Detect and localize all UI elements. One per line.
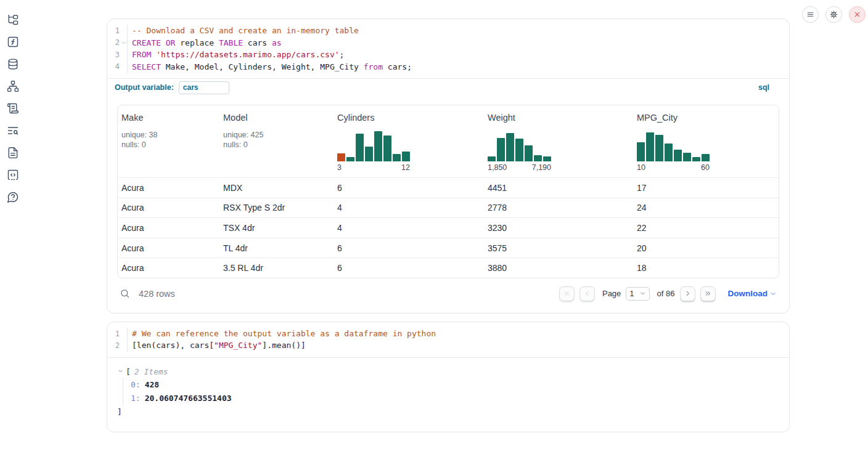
help-icon[interactable]	[7, 191, 19, 203]
sql-cell: 1234 -- Download a CSV and create an in-…	[107, 18, 790, 313]
function-square-icon[interactable]	[7, 36, 19, 48]
histogram-axis-labels: 1,8507,190	[488, 163, 551, 177]
code-line[interactable]: # We can reference the output variable a…	[132, 328, 789, 340]
column-header-make[interactable]: Makeunique: 38nulls: 0	[118, 113, 219, 177]
gear-icon[interactable]	[825, 6, 842, 23]
table-cell: 18	[633, 263, 778, 273]
histogram-bar	[646, 132, 654, 161]
output-variable-input[interactable]	[179, 81, 229, 94]
histogram-bar	[543, 156, 551, 161]
table-header-row: Makeunique: 38nulls: 0Modelunique: 425nu…	[118, 105, 779, 177]
code-line[interactable]: CREATE OR replace TABLE cars as	[132, 37, 789, 49]
table-cell: 6	[334, 243, 484, 253]
sql-output: Makeunique: 38nulls: 0Modelunique: 425nu…	[107, 96, 789, 313]
tree-children: 0:4281:20.060747663551403	[123, 378, 779, 405]
column-header-mpg_city[interactable]: MPG_City1060	[633, 113, 778, 177]
histogram-bar	[534, 155, 542, 161]
histogram-bar	[637, 142, 645, 161]
tree-items-count: 2 Items	[134, 367, 168, 376]
histogram-bar	[337, 153, 345, 161]
table-row[interactable]: AcuraMDX6445117	[118, 177, 779, 198]
search-icon[interactable]	[120, 288, 130, 299]
table-row[interactable]: AcuraTL 4dr6357520	[118, 238, 779, 258]
download-label: Download	[728, 289, 768, 298]
histogram-bar	[346, 157, 354, 161]
python-code: # We can reference the output variable a…	[128, 328, 789, 352]
code-line[interactable]: SELECT Make, Model, Cylinders, Weight, M…	[132, 61, 789, 73]
line-number: 2	[107, 341, 120, 350]
row-count: 428 rows	[139, 289, 175, 299]
sql-code: -- Download a CSV and create an in-memor…	[128, 25, 789, 73]
next-page-button[interactable]	[680, 286, 695, 301]
search-logs-icon[interactable]	[7, 124, 19, 137]
left-sidebar	[0, 0, 26, 449]
column-header-cylinders[interactable]: Cylinders312	[334, 113, 484, 177]
histogram-bar	[683, 153, 691, 161]
column-histogram[interactable]: 1060	[637, 131, 710, 177]
close-icon[interactable]	[849, 6, 866, 23]
first-page-button[interactable]	[559, 286, 575, 301]
python-output-tree: [ 2 Items 0:4281:20.060747663551403 ]	[107, 357, 789, 432]
column-name: Weight	[488, 113, 633, 123]
table-cell: 6	[334, 263, 484, 273]
table-cell: Acura	[118, 203, 219, 212]
table-cell: MDX	[219, 183, 334, 193]
snippets-code-icon[interactable]	[7, 169, 19, 181]
column-header-weight[interactable]: Weight1,8507,190	[484, 113, 633, 177]
menu-icon[interactable]	[802, 6, 819, 23]
histogram-bar	[692, 157, 700, 161]
histogram-axis-labels: 1060	[637, 163, 710, 177]
sql-meta-strip: Output variable: sql	[107, 78, 789, 96]
last-page-button[interactable]	[700, 286, 716, 301]
table-cell: TL 4dr	[219, 243, 334, 253]
fold-chevron-icon[interactable]	[120, 40, 127, 46]
tree-entry: 1:20.060747663551403	[131, 392, 779, 405]
code-line[interactable]: FROM 'https://datasets.marimo.app/cars.c…	[132, 49, 789, 61]
table-row[interactable]: AcuraRSX Type S 2dr4277824	[118, 198, 779, 218]
histogram-bar	[515, 139, 523, 161]
line-number: 3	[107, 51, 120, 59]
pagination: Page 1 of 86 Download	[559, 286, 777, 301]
dependency-graph-icon[interactable]	[7, 80, 19, 92]
histogram-bar	[674, 150, 682, 161]
column-histogram[interactable]: 312	[337, 131, 410, 177]
column-header-model[interactable]: Modelunique: 425nulls: 0	[219, 113, 334, 177]
tree-collapse-icon[interactable]	[117, 368, 125, 375]
table-row[interactable]: AcuraTSX 4dr4323022	[118, 217, 779, 238]
code-line[interactable]: -- Download a CSV and create an in-memor…	[132, 25, 789, 37]
table-cell: 20	[633, 243, 778, 253]
tree-entry-key: 0:	[131, 380, 141, 389]
column-histogram[interactable]: 1,8507,190	[488, 131, 551, 177]
prev-page-button[interactable]	[579, 286, 595, 301]
chevron-down-icon	[639, 290, 646, 297]
table-cell: 22	[633, 223, 778, 233]
database-icon[interactable]	[7, 58, 19, 70]
table-cell: 24	[633, 203, 778, 212]
page-label: Page	[602, 289, 621, 298]
histogram-bar	[702, 154, 710, 161]
table-footer: 428 rows Page 1 of 86 Download	[117, 286, 779, 302]
code-line[interactable]: [len(cars), cars["MPG_City"].mean()]	[132, 339, 789, 352]
download-button[interactable]: Download	[728, 289, 777, 298]
sql-editor[interactable]: 1234 -- Download a CSV and create an in-…	[107, 19, 789, 78]
column-stats: unique: 425nulls: 0	[223, 130, 334, 150]
python-editor[interactable]: 12 # We can reference the output variabl…	[107, 322, 789, 357]
table-cell: 3575	[484, 243, 633, 253]
sql-gutter: 1234	[107, 25, 128, 73]
document-icon[interactable]	[7, 147, 19, 159]
tree-entry: 0:428	[131, 378, 779, 392]
page-select[interactable]: 1	[626, 287, 649, 301]
file-tree-icon[interactable]	[7, 14, 19, 26]
line-number: 4	[107, 62, 120, 71]
line-number: 1	[107, 26, 120, 35]
histogram-bar	[383, 136, 391, 161]
table-body: AcuraMDX6445117AcuraRSX Type S 2dr427782…	[118, 177, 779, 278]
page-total-label: of 86	[657, 289, 675, 298]
tree-entry-value: 428	[145, 380, 159, 389]
python-gutter: 12	[107, 328, 128, 352]
window-controls	[802, 6, 866, 23]
table-row[interactable]: Acura3.5 RL 4dr6388018	[118, 257, 779, 278]
tree-entry-value: 20.060747663551403	[145, 394, 232, 403]
column-name: Cylinders	[337, 113, 484, 123]
scroll-script-icon[interactable]	[7, 102, 19, 115]
